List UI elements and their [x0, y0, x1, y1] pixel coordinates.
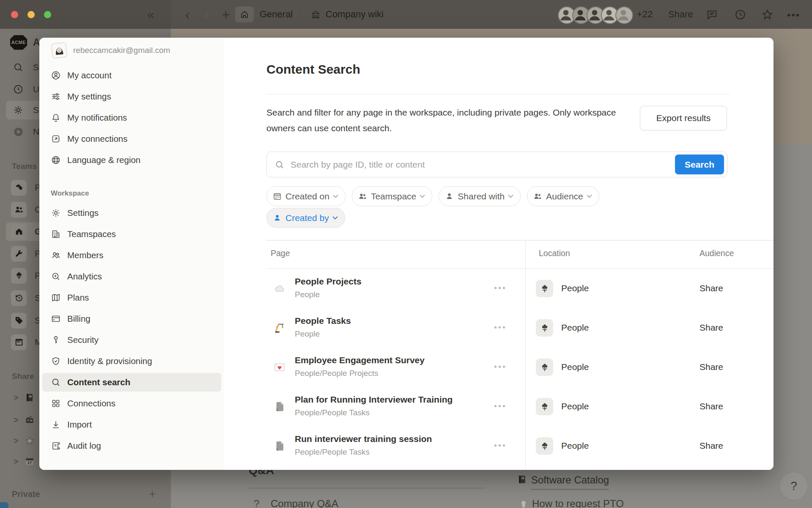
tag-icon [11, 313, 27, 329]
teamspace-flower-icon [536, 359, 553, 376]
office-building-icon [51, 229, 61, 239]
qa-divider [249, 488, 486, 489]
table-row[interactable]: Run interviewer training session People/… [224, 426, 774, 466]
expand-chevron-icon[interactable]: > [14, 415, 19, 425]
page-title: Content Search [266, 62, 360, 77]
account-header: rebeccamcakir@gmail.com [42, 42, 221, 58]
question-mark-icon: ? [254, 498, 259, 508]
chevron-down-icon [333, 194, 338, 198]
menu-item-my-connections[interactable]: My connections [42, 130, 221, 148]
table-row[interactable]: Employee Engagement Survey People/People… [224, 348, 774, 387]
import-arrow-icon [51, 420, 61, 430]
favorite-star-icon[interactable] [761, 8, 774, 21]
people-icon [358, 192, 367, 201]
breadcrumb-space[interactable]: General [260, 0, 293, 29]
private-section-header[interactable]: Private + [0, 485, 171, 503]
filter-chip-audience[interactable]: Audience [527, 186, 599, 206]
account-menu: My account My settings My notifications … [42, 66, 221, 455]
menu-item-my-account[interactable]: My account [42, 66, 221, 85]
row-more-options-icon[interactable]: ••• [494, 323, 507, 332]
teamspace-flower-icon [536, 437, 553, 455]
menu-item-my-notifications[interactable]: My notifications [42, 108, 221, 127]
search-button[interactable]: Search [675, 155, 724, 174]
people-icon [533, 192, 542, 201]
menu-item-settings[interactable]: Settings [42, 204, 221, 222]
teamspace-flower-icon [536, 319, 553, 337]
teamspace-flower-icon [536, 398, 553, 415]
results-table: People Projects People ••• People Share … [224, 269, 774, 466]
audience-value: Share [700, 283, 728, 293]
menu-item-connections[interactable]: Connections [42, 394, 221, 413]
expand-chevron-icon[interactable]: > [14, 436, 19, 446]
back-icon[interactable]: ‹ [185, 0, 190, 29]
breadcrumb-separator: / [299, 0, 301, 29]
column-header-audience: Audience [700, 248, 734, 258]
content-search-panel: Content Search Search and filter for any… [224, 38, 774, 470]
more-options-icon[interactable]: ••• [787, 9, 800, 21]
menu-item-content-search[interactable]: Content search [42, 373, 221, 392]
settings-modal: rebeccamcakir@gmail.com My account My se… [39, 38, 774, 470]
new-tab-icon[interactable]: + [222, 0, 230, 29]
search-input[interactable] [290, 159, 675, 170]
expand-chevron-icon[interactable]: > [14, 393, 19, 403]
construction-emoji [273, 321, 286, 334]
breadcrumb-page[interactable]: Company wiki [326, 0, 384, 29]
company-qa-link[interactable]: Company Q&A [271, 498, 338, 508]
menu-item-members[interactable]: Members [42, 246, 221, 265]
menu-item-import[interactable]: Import [42, 415, 221, 434]
sliders-icon [51, 91, 61, 102]
menu-item-analytics[interactable]: Analytics [42, 267, 221, 286]
avatar[interactable] [615, 6, 633, 24]
expand-chevron-icon[interactable]: > [14, 457, 19, 467]
credit-card-icon [51, 314, 61, 324]
row-more-options-icon[interactable]: ••• [494, 283, 507, 293]
svg-text:17: 17 [27, 461, 32, 465]
menu-item-teamspaces[interactable]: Teamspaces [42, 225, 221, 243]
software-catalog-link[interactable]: Software Catalog [531, 474, 609, 490]
teamspace-flower-icon [536, 280, 553, 297]
calendar-17-emoji: 17 [25, 456, 35, 467]
account-email: rebeccamcakir@gmail.com [73, 46, 170, 55]
row-more-options-icon[interactable]: ••• [494, 441, 507, 450]
table-row[interactable]: Plan for Running Interviewer Training Pe… [224, 387, 774, 426]
share-button[interactable]: Share [668, 0, 693, 29]
add-private-page-icon[interactable]: + [149, 487, 156, 501]
filter-chip-created-by[interactable]: Created by [266, 208, 345, 228]
table-row[interactable]: People Tasks People ••• People Share [224, 308, 774, 348]
filter-chip-created-on[interactable]: Created on [266, 186, 346, 206]
filter-chip-shared-with[interactable]: Shared with [439, 186, 521, 206]
zoom-window-button[interactable] [44, 11, 51, 18]
menu-item-plans[interactable]: Plans [42, 288, 221, 307]
close-window-button[interactable] [11, 11, 18, 18]
history-clock-icon [11, 290, 27, 306]
scroll-icon [51, 441, 61, 451]
menu-item-security[interactable]: Security [42, 331, 221, 349]
workspace-section-header: Workspace [51, 189, 221, 198]
forward-icon[interactable]: › [205, 0, 209, 29]
comments-icon[interactable] [706, 8, 718, 21]
menu-item-my-settings[interactable]: My settings [42, 87, 221, 106]
updates-clock-icon[interactable] [734, 8, 746, 21]
row-more-options-icon[interactable]: ••• [494, 401, 507, 411]
arrow-out-box-icon [51, 134, 61, 144]
menu-item-language-region[interactable]: Language & region [42, 151, 221, 169]
menu-item-identity-provisioning[interactable]: Identity & provisioning [42, 352, 221, 370]
gear-icon [51, 208, 61, 218]
audience-value: Share [700, 441, 728, 451]
how-to-request-pto-link[interactable]: How to request PTO [532, 498, 624, 508]
menu-item-billing[interactable]: Billing [42, 309, 221, 328]
row-more-options-icon[interactable]: ••• [494, 362, 507, 372]
home-icon[interactable] [235, 6, 254, 22]
chevron-down-icon [420, 194, 425, 198]
member-overflow-count[interactable]: +22 [637, 0, 653, 29]
export-results-button[interactable]: Export results [640, 106, 727, 130]
menu-item-audit-log[interactable]: Audit log [42, 436, 221, 455]
filter-chip-teamspace[interactable]: Teamspace [352, 186, 432, 206]
table-row[interactable]: People Projects People ••• People Share [224, 269, 774, 308]
minimize-window-button[interactable] [27, 11, 35, 18]
collapse-sidebar-icon[interactable]: « [147, 0, 154, 29]
audience-value: Share [700, 401, 728, 411]
home-icon [11, 224, 27, 240]
help-button[interactable]: ? [779, 472, 808, 500]
template-card-corner [0, 502, 8, 508]
